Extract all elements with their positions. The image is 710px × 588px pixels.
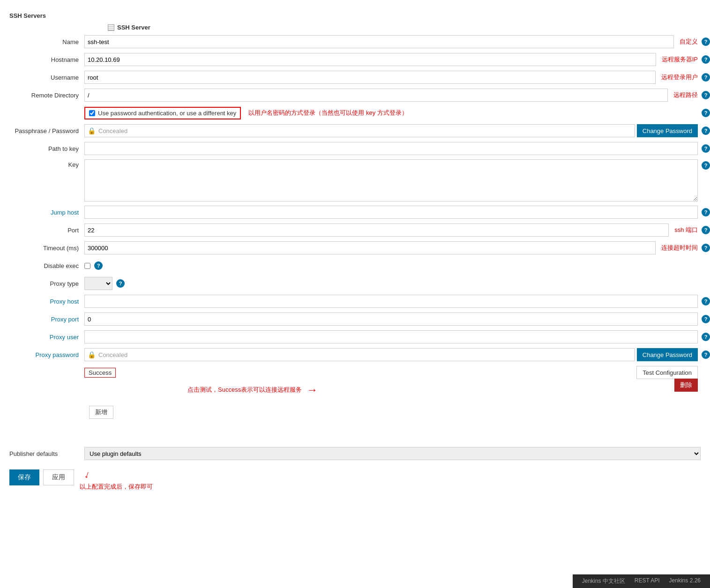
username-input[interactable] (84, 71, 656, 84)
use-password-hint: 以用户名密码的方式登录（当然也可以使用 key 方式登录） (248, 109, 407, 117)
jump-host-help-icon[interactable]: ? (702, 208, 710, 216)
disable-exec-label: Disable exec (9, 262, 84, 269)
timeout-label: Timeout (ms) (9, 245, 84, 252)
delete-button[interactable]: 删除 (674, 379, 698, 392)
remote-dir-hint: 远程路径 (673, 91, 698, 99)
disable-exec-help-icon[interactable]: ? (94, 261, 103, 270)
name-input[interactable] (84, 35, 674, 48)
footer-version: Jenkins 2.26 (669, 577, 701, 585)
passphrase-label: Passphrase / Password (9, 127, 84, 134)
test-hint: 点击测试，Success表示可以连接远程服务 (187, 386, 302, 394)
publisher-label: Publisher defaults (9, 450, 84, 457)
publisher-select[interactable]: Use plugin defaults (84, 447, 701, 460)
username-label: Username (9, 74, 84, 81)
proxy-password-value: Concealed (98, 351, 127, 358)
port-hint: ssh 端口 (674, 226, 698, 234)
proxy-host-input[interactable] (84, 295, 698, 308)
change-password-button[interactable]: Change Password (637, 124, 698, 137)
username-hint: 远程登录用户 (661, 73, 698, 82)
hostname-label: Hostname (9, 56, 84, 63)
ssh-server-subtitle: SSH Server (117, 24, 150, 31)
passphrase-value: Concealed (98, 127, 127, 134)
proxy-user-help-icon[interactable]: ? (702, 333, 710, 341)
proxy-port-input[interactable] (84, 313, 698, 326)
apply-button[interactable]: 应用 (43, 469, 74, 485)
proxy-host-label: Proxy host (9, 298, 84, 305)
timeout-input[interactable] (84, 241, 656, 254)
page-footer: Jenkins 中文社区 REST API Jenkins 2.26 (573, 574, 710, 588)
port-help-icon[interactable]: ? (702, 226, 710, 234)
timeout-hint: 连接超时时间 (661, 244, 698, 252)
proxy-port-help-icon[interactable]: ? (702, 315, 710, 323)
use-password-checkbox[interactable] (89, 110, 95, 116)
passphrase-help-icon[interactable]: ? (702, 127, 710, 135)
proxy-type-select[interactable] (84, 277, 112, 290)
key-textarea[interactable] (84, 159, 698, 201)
path-to-key-input[interactable] (84, 142, 698, 155)
port-label: Port (9, 227, 84, 234)
jump-host-input[interactable] (84, 206, 698, 219)
proxy-password-help-icon[interactable]: ? (702, 350, 710, 359)
proxy-port-label: Proxy port (9, 316, 84, 323)
add-button[interactable]: 新增 (89, 406, 113, 419)
proxy-type-label: Proxy type (9, 280, 84, 287)
hostname-input[interactable] (84, 53, 656, 66)
hostname-help-icon[interactable]: ? (702, 55, 710, 64)
use-password-label: Use password authentication, or use a di… (98, 110, 236, 117)
server-icon (108, 24, 114, 31)
remote-dir-label: Remote Directory (9, 92, 84, 99)
key-help-icon[interactable]: ? (702, 161, 710, 170)
key-label: Key (9, 159, 84, 168)
timeout-help-icon[interactable]: ? (702, 244, 710, 252)
hostname-hint: 远程服务器IP (662, 55, 698, 64)
proxy-password-label: Proxy password (9, 351, 84, 358)
use-password-help-icon[interactable]: ? (702, 109, 710, 117)
use-password-wrapper: Use password authentication, or use a di… (84, 107, 241, 119)
proxy-user-input[interactable] (84, 330, 698, 343)
save-hint: 以上配置完成后，保存即可 (80, 483, 153, 491)
name-help-icon[interactable]: ? (702, 37, 710, 46)
name-label: Name (9, 38, 84, 45)
success-badge: Success (84, 368, 116, 378)
jump-host-label: Jump host (9, 209, 84, 216)
path-to-key-label: Path to key (9, 145, 84, 152)
path-to-key-help-icon[interactable]: ? (702, 144, 710, 153)
name-hint: 自定义 (680, 37, 698, 46)
proxy-type-help-icon[interactable]: ? (116, 279, 125, 288)
lock-icon-1: 🔒 (88, 127, 96, 134)
change-password-2-button[interactable]: Change Password (637, 348, 698, 361)
proxy-user-label: Proxy user (9, 334, 84, 341)
port-input[interactable] (84, 223, 669, 237)
test-configuration-button[interactable]: Test Configuration (636, 366, 698, 379)
proxy-host-help-icon[interactable]: ? (702, 297, 710, 305)
footer-community: Jenkins 中文社区 (582, 577, 625, 585)
remote-dir-help-icon[interactable]: ? (702, 91, 710, 99)
ssh-servers-title: SSH Servers (9, 12, 46, 19)
save-button[interactable]: 保存 (9, 469, 39, 485)
remote-dir-input[interactable] (84, 89, 668, 102)
disable-exec-checkbox[interactable] (84, 263, 90, 269)
lock-icon-2: 🔒 (88, 351, 96, 358)
footer-rest-api[interactable]: REST API (635, 577, 660, 585)
username-help-icon[interactable]: ? (702, 73, 710, 82)
